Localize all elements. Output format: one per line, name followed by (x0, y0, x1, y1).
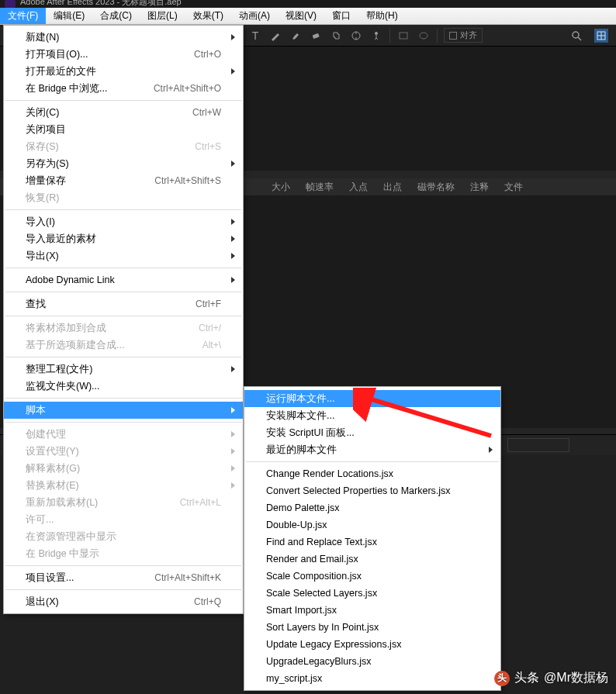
menu-item[interactable]: Update Legacy Expressions.jsx (244, 636, 500, 653)
column-header[interactable]: 帧速率 (298, 181, 341, 194)
menu-item-label: 另存为(S) (26, 157, 221, 171)
menu-item-shortcut: Ctrl+S (195, 141, 221, 152)
menu-item[interactable]: Scale Selected Layers.jsx (244, 585, 500, 602)
menubar-item[interactable]: 帮助(H) (358, 8, 406, 24)
menu-item[interactable]: 关闭(C)Ctrl+W (4, 104, 243, 121)
menu-item-label: 关闭项目 (26, 123, 221, 136)
menu-item[interactable]: Render and Email.jsx (244, 551, 500, 568)
menubar-item[interactable]: 编辑(E) (46, 8, 92, 24)
menu-item[interactable]: 新建(N) (4, 29, 243, 46)
menu-separator (5, 565, 241, 566)
menu-item[interactable]: Scale Composition.jsx (244, 568, 500, 585)
menu-item[interactable]: 导入(I) (4, 213, 243, 230)
menu-item[interactable]: 增量保存Ctrl+Alt+Shift+S (4, 172, 243, 189)
menu-item: 基于所选项新建合成...Alt+\ (4, 337, 243, 354)
menubar-item[interactable]: 文件(F) (0, 8, 46, 24)
menu-item[interactable]: 另存为(S) (4, 155, 243, 172)
menu-item[interactable]: Demo Palette.jsx (244, 499, 500, 516)
menu-item[interactable]: 打开项目(O)...Ctrl+O (4, 46, 243, 63)
menubar-item[interactable]: 图层(L) (140, 8, 185, 24)
menu-item[interactable]: 整理工程(文件) (4, 361, 243, 378)
menu-item[interactable]: Sort Layers by In Point.jsx (244, 619, 500, 636)
menu-item-label: 新建(N) (26, 31, 221, 44)
menu-item[interactable]: 导出(X) (4, 247, 243, 264)
menu-item[interactable]: 最近的脚本文件 (244, 441, 500, 458)
menu-separator (5, 357, 241, 357)
menu-item-label: 解释素材(G) (26, 462, 221, 475)
column-header[interactable]: 大小 (264, 181, 298, 194)
submenu-arrow-icon (231, 465, 235, 471)
menu-item[interactable]: UpgradeLegacyBlurs.jsx (244, 653, 500, 670)
menu-item-label: Scale Composition.jsx (266, 571, 479, 582)
shape-tool-icon[interactable] (396, 29, 410, 43)
menu-item-label: 监视文件夹(W)... (26, 380, 221, 393)
menu-item[interactable]: 项目设置...Ctrl+Alt+Shift+K (4, 569, 243, 586)
menu-item-label: 增量保存 (26, 174, 154, 188)
menubar-item[interactable]: 视图(V) (278, 8, 324, 24)
brush-tool-icon[interactable] (289, 29, 303, 43)
pen-tool-icon[interactable] (268, 29, 282, 43)
menu-item[interactable]: Double-Up.jsx (244, 516, 500, 533)
svg-point-4 (420, 33, 427, 39)
menu-item-shortcut: Ctrl+/ (199, 323, 221, 333)
eraser-tool-icon[interactable] (309, 29, 323, 43)
menu-item-label: Update Legacy Expressions.jsx (266, 639, 479, 650)
menu-item[interactable]: 打开最近的文件 (4, 63, 243, 80)
menu-item: 将素材添加到合成Ctrl+/ (4, 319, 243, 337)
snap-checkbox-icon (449, 32, 457, 40)
puppet-tool-icon[interactable] (369, 29, 383, 43)
menu-item[interactable]: 脚本 (4, 402, 243, 419)
menu-item-label: Render and Email.jsx (266, 554, 479, 565)
menu-item[interactable]: 安装脚本文件... (244, 407, 500, 424)
menubar-item[interactable]: 效果(T) (185, 8, 231, 24)
column-header[interactable]: 入点 (341, 181, 375, 194)
menu-item[interactable]: Adobe Dynamic Link (4, 271, 243, 288)
column-header[interactable]: 磁带名称 (410, 181, 462, 194)
menu-item-label: 保存(S) (26, 140, 195, 154)
menu-item-label: Adobe Dynamic Link (26, 274, 221, 285)
menu-separator (5, 398, 241, 399)
menubar-item[interactable]: 动画(A) (231, 8, 278, 24)
menu-item[interactable]: Change Render Locations.jsx (244, 465, 500, 482)
svg-rect-3 (400, 33, 407, 39)
menu-item-label: 关闭(C) (26, 106, 192, 119)
menu-item-label: 在 Bridge 中显示 (26, 547, 221, 561)
clone-tool-icon[interactable] (329, 29, 343, 43)
column-header[interactable]: 出点 (375, 181, 410, 194)
menu-item[interactable]: 运行脚本文件... (244, 390, 500, 407)
timeline-tab[interactable] (507, 438, 569, 452)
roto-tool-icon[interactable] (349, 29, 363, 43)
menu-item[interactable]: 退出(X)Ctrl+Q (4, 593, 243, 610)
menu-item[interactable]: 安装 ScriptUI 面板... (244, 424, 500, 441)
menu-item-label: my_script.jsx (266, 673, 479, 684)
search-icon[interactable] (569, 29, 583, 43)
menu-item[interactable]: Find and Replace Text.jsx (244, 533, 500, 551)
toolbar-separator (437, 29, 438, 43)
menu-item[interactable]: Convert Selected Properties to Markers.j… (244, 482, 500, 499)
menu-item[interactable]: 关闭项目 (4, 121, 243, 138)
menu-item-label: 恢复(R) (26, 192, 221, 205)
menu-item[interactable]: 监视文件夹(W)... (4, 378, 243, 395)
menubar-item[interactable]: 窗口 (324, 8, 358, 24)
menubar-item[interactable]: 合成(C) (92, 8, 140, 24)
menu-item-shortcut: Ctrl+Q (194, 596, 221, 607)
menu-item[interactable]: Smart Import.jsx (244, 602, 500, 619)
svg-point-2 (375, 32, 378, 35)
menu-item[interactable]: my_script.jsx (244, 670, 500, 687)
mask-tool-icon[interactable] (417, 29, 431, 43)
column-header[interactable]: 注释 (462, 181, 497, 194)
menu-item-shortcut: Ctrl+Alt+L (180, 497, 221, 508)
grid-icon[interactable] (594, 29, 608, 43)
column-header[interactable]: 文件 (497, 181, 531, 194)
menu-item-label: 查找 (26, 298, 196, 311)
submenu-arrow-icon (231, 34, 235, 40)
menu-item[interactable]: 导入最近的素材 (4, 230, 243, 247)
menu-item-label: Scale Selected Layers.jsx (266, 588, 479, 599)
text-tool-icon[interactable]: T (248, 29, 262, 43)
menu-item[interactable]: 查找Ctrl+F (4, 295, 243, 312)
snap-toggle[interactable]: 对齐 (444, 28, 483, 43)
submenu-arrow-icon (489, 447, 493, 453)
menu-item[interactable]: 在 Bridge 中浏览...Ctrl+Alt+Shift+O (4, 80, 243, 97)
toolbar-separator (389, 29, 390, 43)
menu-item-label: Sort Layers by In Point.jsx (266, 622, 479, 633)
